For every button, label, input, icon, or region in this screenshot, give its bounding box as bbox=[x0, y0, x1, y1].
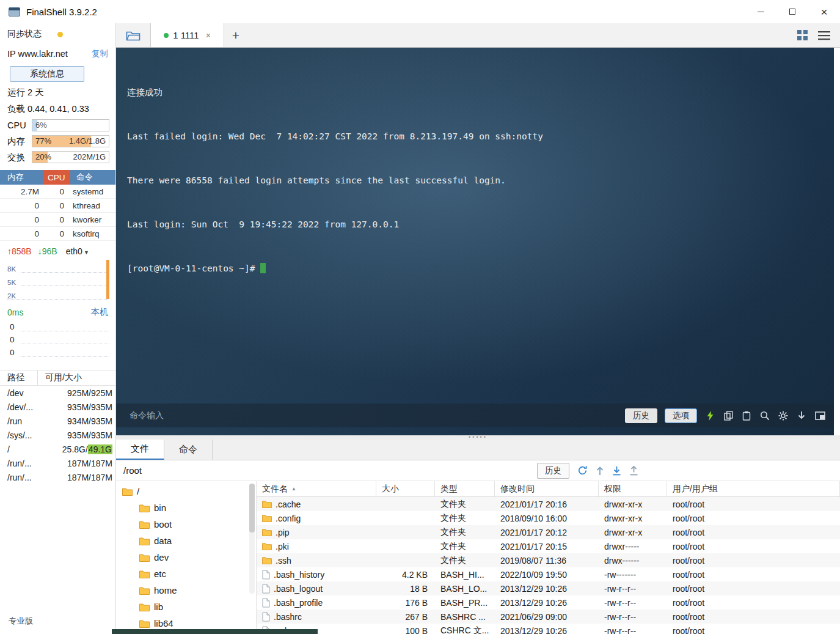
process-memory: 2.7M bbox=[0, 187, 43, 196]
file-mtime: 2019/08/07 11:36 bbox=[495, 556, 599, 566]
current-path[interactable]: /root bbox=[123, 465, 142, 476]
file-name: .ssh bbox=[276, 556, 291, 566]
disk-header-size[interactable]: 可用/大小 bbox=[38, 372, 115, 383]
header-size[interactable]: 大小 bbox=[376, 481, 435, 496]
tree-item[interactable]: data bbox=[116, 533, 256, 549]
copy-icon[interactable] bbox=[723, 410, 734, 421]
disk-row[interactable]: /run934M/935M bbox=[0, 414, 115, 428]
tree-scrollbar[interactable] bbox=[249, 484, 255, 594]
tab-close-icon[interactable]: × bbox=[206, 31, 211, 40]
menu-icon[interactable] bbox=[818, 31, 830, 40]
file-row[interactable]: .bashrc 267 B BASHRC ... 2021/06/29 09:0… bbox=[257, 610, 840, 624]
file-row[interactable]: .cshrc 100 B CSHRC 文... 2013/12/29 10:26… bbox=[257, 624, 840, 634]
splitter-grip-dots: ••••• bbox=[469, 436, 488, 439]
chevron-down-icon: ▼ bbox=[84, 249, 89, 256]
disk-header-path[interactable]: 路径 bbox=[0, 370, 38, 385]
system-info-button[interactable]: 系统信息 bbox=[10, 66, 84, 82]
header-mtime[interactable]: 修改时间 bbox=[495, 481, 599, 496]
maximize-button[interactable] bbox=[776, 0, 808, 23]
close-button[interactable]: × bbox=[808, 0, 840, 23]
file-type: 文件夹 bbox=[435, 541, 495, 552]
minimize-button[interactable] bbox=[745, 0, 776, 23]
process-row[interactable]: 0 0 ksoftirq bbox=[0, 227, 115, 241]
network-interface-select[interactable]: eth0▼ bbox=[66, 246, 89, 256]
terminal-panel[interactable]: 连接成功 Last failed login: Wed Dec 7 14:02:… bbox=[116, 48, 834, 435]
folder-icon bbox=[262, 528, 272, 536]
file-row[interactable]: .bash_profile 176 B BASH_PR... 2013/12/2… bbox=[257, 595, 840, 610]
process-row[interactable]: 0 0 kthread bbox=[0, 199, 115, 213]
tree-item[interactable]: lib bbox=[116, 599, 256, 615]
paste-icon[interactable] bbox=[741, 410, 752, 421]
process-row[interactable]: 2.7M 0 systemd bbox=[0, 185, 115, 199]
disk-row[interactable]: /run/...187M/187M bbox=[0, 456, 115, 470]
disk-size: 934M/935M bbox=[38, 416, 115, 426]
connection-manager-tab[interactable] bbox=[116, 23, 151, 47]
process-header-command[interactable]: 命令 bbox=[70, 170, 115, 185]
tree-item[interactable]: etc bbox=[116, 566, 256, 582]
tree-item[interactable]: boot bbox=[116, 516, 256, 533]
header-owner[interactable]: 用户/用户组 bbox=[667, 481, 840, 496]
lightning-icon[interactable] bbox=[704, 410, 715, 421]
process-row[interactable]: 0 0 kworker bbox=[0, 213, 115, 227]
parent-directory-icon[interactable] bbox=[596, 466, 604, 476]
file-row[interactable]: .pip 文件夹 2021/01/17 20:12 drwxr-xr-x roo… bbox=[257, 525, 840, 539]
download-icon[interactable] bbox=[612, 466, 621, 476]
ping-host[interactable]: 本机 bbox=[91, 307, 108, 318]
file-row[interactable]: .pki 文件夹 2021/01/17 20:15 drwxr----- roo… bbox=[257, 539, 840, 553]
process-command: kworker bbox=[70, 215, 115, 224]
minimize-icon bbox=[758, 12, 764, 12]
command-input[interactable]: 命令输入 bbox=[130, 410, 164, 421]
folder-icon bbox=[139, 586, 150, 595]
file-type: CSHRC 文... bbox=[435, 625, 495, 634]
file-size: 267 B bbox=[376, 612, 435, 622]
disk-row[interactable]: /run/...187M/187M bbox=[0, 470, 115, 484]
ip-label: IP www.lakr.net bbox=[7, 49, 68, 59]
process-header-cpu[interactable]: CPU bbox=[43, 170, 70, 185]
tree-item[interactable]: dev bbox=[116, 549, 256, 566]
grid-view-icon[interactable] bbox=[797, 29, 808, 41]
tree-scrollbar-thumb[interactable] bbox=[249, 484, 255, 533]
file-permissions: -rw-r--r-- bbox=[599, 612, 667, 622]
disk-row[interactable]: /sys/...935M/935M bbox=[0, 428, 115, 442]
file-row[interactable]: .bash_history 4.2 KB BASH_HI... 2022/10/… bbox=[257, 567, 840, 581]
disk-row-root[interactable]: / 25.8G/49.1G bbox=[0, 442, 115, 456]
options-button[interactable]: 选项 bbox=[665, 408, 697, 423]
tree-item-root[interactable]: / bbox=[116, 483, 256, 499]
file-size: 18 B bbox=[376, 584, 435, 594]
swap-meter-bar: 20% 202M/1G bbox=[32, 151, 109, 163]
header-permissions[interactable]: 权限 bbox=[599, 481, 667, 496]
process-header-memory[interactable]: 内存 bbox=[0, 170, 43, 185]
fullscreen-icon[interactable] bbox=[814, 410, 825, 421]
folder-icon bbox=[139, 570, 150, 578]
download-arrow-icon[interactable] bbox=[796, 410, 807, 421]
new-tab-button[interactable]: + bbox=[224, 23, 247, 47]
file-owner: root/root bbox=[667, 499, 840, 509]
ping-header: 0ms 本机 bbox=[0, 300, 115, 319]
file-row[interactable]: .cache 文件夹 2021/01/17 20:16 drwxr-xr-x r… bbox=[257, 497, 840, 511]
tab-commands[interactable]: 命令 bbox=[164, 440, 213, 460]
disk-row[interactable]: /dev/...935M/935M bbox=[0, 400, 115, 414]
header-filename[interactable]: 文件名▲ bbox=[257, 481, 376, 496]
disk-size: 187M/187M bbox=[38, 473, 115, 482]
process-cpu: 0 bbox=[43, 215, 70, 224]
search-icon[interactable] bbox=[759, 410, 770, 421]
gear-icon[interactable] bbox=[778, 410, 789, 421]
tree-item[interactable]: home bbox=[116, 582, 256, 599]
folder-icon bbox=[139, 537, 150, 545]
file-row[interactable]: .config 文件夹 2018/09/10 16:00 drwxr-xr-x … bbox=[257, 511, 840, 525]
memory-meter-bar: 77% 1.4G/1.8G bbox=[32, 135, 109, 147]
session-tab-active[interactable]: 1 1111 × bbox=[151, 23, 224, 47]
copy-ip-link[interactable]: 复制 bbox=[92, 48, 108, 59]
disk-row[interactable]: /dev925M/925M bbox=[0, 386, 115, 400]
tree-item[interactable]: bin bbox=[116, 499, 256, 516]
panel-splitter[interactable]: ••••• bbox=[116, 435, 840, 440]
history-button[interactable]: 历史 bbox=[625, 408, 657, 423]
upload-icon[interactable] bbox=[629, 466, 638, 476]
folder-icon bbox=[139, 504, 150, 512]
tab-files[interactable]: 文件 bbox=[116, 440, 164, 460]
file-row[interactable]: .ssh 文件夹 2019/08/07 11:36 drwx------ roo… bbox=[257, 553, 840, 567]
refresh-icon[interactable] bbox=[577, 465, 588, 476]
path-history-button[interactable]: 历史 bbox=[537, 463, 569, 479]
file-row[interactable]: .bash_logout 18 B BASH_LO... 2013/12/29 … bbox=[257, 581, 840, 595]
header-type[interactable]: 类型 bbox=[435, 481, 495, 496]
